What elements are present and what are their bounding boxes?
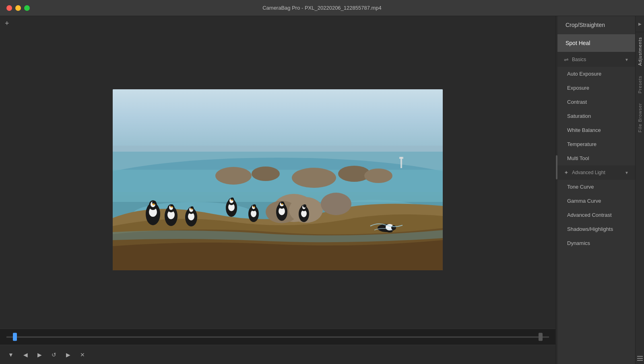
shadows-highlights-item[interactable]: Shadows/Highlights — [557, 222, 635, 236]
play-button[interactable]: ▶ — [64, 350, 72, 360]
image-container — [113, 89, 443, 270]
vertical-tabs: ▶ Adjustments Presets File Browser — [635, 16, 644, 364]
svg-rect-48 — [253, 206, 255, 208]
svg-point-18 — [321, 193, 351, 215]
svg-rect-24 — [153, 204, 155, 205]
advanced-light-chevron-icon: ▼ — [625, 171, 629, 175]
basics-section-header[interactable]: ⇌ Basics ▼ — [557, 52, 635, 67]
svg-rect-54 — [281, 204, 283, 205]
window-title: CameraBag Pro - PXL_20220206_122855787.m… — [262, 5, 382, 11]
previous-button[interactable]: ◀ — [22, 350, 29, 360]
gamma-curve-item[interactable]: Gamma Curve — [557, 194, 635, 208]
tab-presets[interactable]: Presets — [636, 71, 644, 98]
saturation-item[interactable]: Saturation — [557, 109, 635, 123]
light-icon: ✦ — [564, 169, 569, 176]
transport-bar: ▼ ◀ ▶ ↺ ▶ ✕ — [0, 345, 555, 364]
delete-button[interactable]: ✕ — [78, 350, 87, 360]
dynamics-item[interactable]: Dynamics — [557, 236, 635, 250]
tab-adjustments[interactable]: Adjustments — [636, 32, 644, 71]
timeline-area — [0, 329, 555, 345]
canvas-area — [0, 31, 555, 329]
scrollbar-thumb[interactable] — [556, 155, 557, 179]
timeline-playhead[interactable] — [13, 333, 17, 341]
contrast-item[interactable]: Contrast — [557, 95, 635, 109]
svg-rect-30 — [171, 206, 173, 208]
svg-point-5 — [215, 167, 252, 185]
basics-chevron-icon: ▼ — [625, 58, 629, 62]
auto-exposure-item[interactable]: Auto Exposure — [557, 67, 635, 81]
main-layout: + — [0, 16, 644, 364]
svg-point-6 — [252, 167, 280, 181]
sliders-icon: ⇌ — [564, 56, 569, 63]
maximize-button[interactable] — [24, 5, 30, 11]
advanced-light-section-header[interactable]: ✦ Advanced Light ▼ — [557, 165, 635, 180]
minimize-button[interactable] — [15, 5, 21, 11]
add-button[interactable]: + — [5, 19, 9, 28]
top-toolbar: + — [0, 16, 555, 31]
tab-file-browser[interactable]: File Browser — [636, 98, 644, 137]
menu-button[interactable] — [636, 353, 644, 364]
close-button[interactable] — [6, 5, 12, 11]
svg-point-9 — [364, 169, 392, 183]
multi-tool-item[interactable]: Multi Tool — [557, 151, 635, 165]
svg-rect-11 — [399, 157, 403, 159]
title-bar: CameraBag Pro - PXL_20220206_122855787.m… — [0, 0, 644, 16]
loop-button[interactable]: ↺ — [50, 350, 58, 360]
timeline-end-handle[interactable] — [539, 333, 543, 341]
panel-content: Crop/Straighten Spot Heal ⇌ Basics ▼ Aut… — [557, 16, 635, 364]
scrollbar[interactable] — [556, 16, 557, 364]
dropdown-button[interactable]: ▼ — [6, 350, 15, 360]
tone-curve-item[interactable]: Tone Curve — [557, 180, 635, 194]
exposure-item[interactable]: Exposure — [557, 81, 635, 95]
right-sidebar: Crop/Straighten Spot Heal ⇌ Basics ▼ Aut… — [555, 16, 644, 364]
timeline-track[interactable] — [6, 336, 549, 337]
vtab-arrow-up[interactable]: ▶ — [636, 16, 644, 32]
content-area: + — [0, 16, 555, 364]
svg-rect-36 — [191, 208, 192, 210]
crop-straighten-item[interactable]: Crop/Straighten — [557, 16, 635, 34]
image-display — [113, 89, 443, 270]
svg-point-7 — [292, 168, 336, 188]
spot-heal-item[interactable]: Spot Heal — [557, 34, 635, 52]
advanced-contrast-item[interactable]: Advanced Contrast — [557, 208, 635, 222]
temperature-item[interactable]: Temperature — [557, 137, 635, 151]
white-balance-item[interactable]: White Balance — [557, 123, 635, 137]
svg-rect-42 — [231, 199, 233, 201]
window-controls — [6, 5, 30, 11]
svg-point-59 — [303, 204, 306, 208]
svg-point-62 — [391, 225, 396, 230]
next-button[interactable]: ▶ — [36, 350, 43, 360]
